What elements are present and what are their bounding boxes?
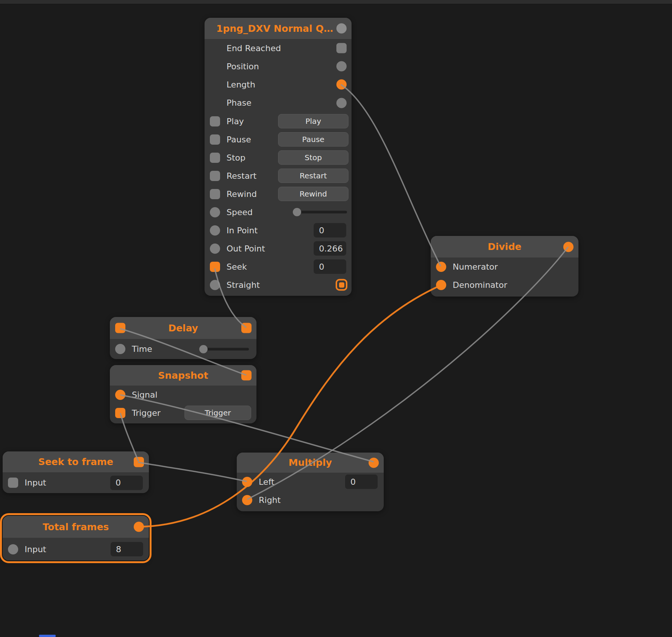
restart-input-port[interactable]	[210, 171, 220, 181]
wire-length-to-numerator[interactable]	[341, 85, 441, 266]
signal-input-port[interactable]	[115, 390, 125, 400]
node-player-title: 1png_DXV Normal Qu...	[216, 23, 340, 34]
end-reached-output-port[interactable]	[336, 43, 347, 53]
row-pause: Pause Pause	[205, 130, 352, 148]
multiply-output-port[interactable]	[369, 457, 379, 468]
straight-label: Straight	[227, 280, 260, 290]
rewind-input-port[interactable]	[210, 189, 220, 199]
node-player[interactable]: 1png_DXV Normal Qu... End Reached Positi…	[205, 18, 352, 296]
numerator-input-port[interactable]	[436, 262, 446, 272]
seek-label: Seek	[227, 262, 247, 272]
rewind-label: Rewind	[227, 189, 257, 199]
seek-to-frame-input-label: Input	[25, 478, 46, 487]
row-restart: Restart Restart	[205, 167, 352, 185]
node-divide[interactable]: Divide Numerator Denominator	[431, 236, 578, 297]
player-output-port[interactable]	[336, 23, 347, 34]
seek-input[interactable]: 0	[314, 259, 346, 274]
node-snapshot[interactable]: Snapshot Signal Trigger Trigger	[110, 365, 256, 423]
length-output-port[interactable]	[336, 80, 347, 90]
out-point-input-port[interactable]	[210, 244, 220, 254]
end-reached-label: End Reached	[227, 44, 281, 53]
pause-input-port[interactable]	[210, 134, 220, 145]
node-snapshot-header[interactable]: Snapshot	[110, 365, 256, 386]
seek-to-frame-output-port[interactable]	[134, 457, 144, 467]
total-frames-input[interactable]: 8	[111, 542, 143, 556]
trigger-label: Trigger	[132, 408, 161, 418]
stop-button[interactable]: Stop	[278, 150, 349, 165]
seek-to-frame-input-port[interactable]	[8, 478, 18, 488]
row-in-point: In Point 0	[205, 221, 352, 239]
stop-input-port[interactable]	[210, 153, 220, 163]
scrollbar-horizontal[interactable]	[39, 635, 56, 637]
delay-input-port[interactable]	[115, 323, 125, 333]
play-button[interactable]: Play	[278, 114, 349, 128]
row-denominator: Denominator	[431, 276, 578, 294]
row-signal: Signal	[110, 386, 256, 404]
total-frames-output-port[interactable]	[134, 522, 144, 532]
seek-input-port[interactable]	[210, 262, 220, 272]
node-multiply[interactable]: Multiply Left 0 Right	[237, 453, 384, 511]
node-delay[interactable]: Delay Time	[110, 317, 256, 359]
trigger-input-port[interactable]	[115, 408, 125, 418]
divide-output-port[interactable]	[563, 242, 574, 252]
time-slider-knob[interactable]	[199, 345, 208, 353]
total-frames-input-label: Input	[25, 545, 46, 554]
node-seek-to-frame-header[interactable]: Seek to frame	[3, 451, 149, 472]
snapshot-output-port[interactable]	[241, 370, 252, 381]
node-total-frames[interactable]: Total frames Input 8	[3, 516, 149, 560]
numerator-label: Numerator	[453, 262, 498, 272]
phase-output-port[interactable]	[336, 98, 347, 108]
straight-input-port[interactable]	[210, 280, 220, 290]
seek-to-frame-input[interactable]: 0	[110, 476, 143, 490]
speed-slider-knob[interactable]	[293, 208, 301, 216]
play-input-port[interactable]	[210, 116, 220, 126]
speed-slider-track[interactable]	[294, 211, 347, 214]
delay-output-port[interactable]	[241, 323, 252, 333]
position-output-port[interactable]	[336, 61, 347, 72]
in-point-input-port[interactable]	[210, 225, 220, 236]
row-tf-input: Input 8	[3, 538, 149, 560]
wire-seek-to-frame-to-multiply-left[interactable]	[139, 462, 246, 481]
node-delay-header[interactable]: Delay	[110, 317, 256, 339]
row-trigger: Trigger Trigger	[110, 404, 256, 422]
row-straight: Straight	[205, 276, 352, 294]
speed-input-port[interactable]	[210, 207, 220, 217]
out-point-label: Out Point	[227, 244, 265, 253]
speed-label: Speed	[227, 208, 253, 217]
node-player-header[interactable]: 1png_DXV Normal Qu...	[205, 18, 352, 39]
straight-toggle[interactable]	[336, 279, 347, 291]
denominator-input-port[interactable]	[436, 280, 446, 290]
row-right: Right	[237, 491, 384, 509]
pause-button[interactable]: Pause	[278, 132, 349, 147]
rewind-button[interactable]: Rewind	[278, 187, 349, 201]
length-label: Length	[227, 80, 255, 89]
right-input-port[interactable]	[242, 495, 252, 505]
phase-label: Phase	[227, 98, 252, 108]
row-stop: Stop Stop	[205, 148, 352, 167]
row-phase: Phase	[205, 94, 352, 112]
left-input[interactable]: 0	[345, 475, 378, 489]
node-total-frames-header[interactable]: Total frames	[3, 516, 149, 538]
node-multiply-header[interactable]: Multiply	[237, 453, 384, 473]
stop-label: Stop	[227, 153, 245, 162]
trigger-button[interactable]: Trigger	[184, 406, 251, 420]
time-slider-track[interactable]	[203, 348, 249, 350]
node-multiply-title: Multiply	[289, 457, 332, 468]
row-play: Play Play	[205, 112, 352, 130]
node-seek-to-frame[interactable]: Seek to frame Input 0	[3, 451, 149, 493]
play-label: Play	[227, 117, 244, 126]
out-point-input[interactable]: 0.266	[314, 241, 346, 256]
straight-toggle-on-icon	[339, 282, 344, 287]
total-frames-input-port[interactable]	[8, 544, 18, 554]
row-time: Time	[110, 339, 256, 359]
denominator-label: Denominator	[453, 280, 507, 290]
left-label: Left	[259, 477, 274, 487]
restart-button[interactable]: Restart	[278, 169, 349, 183]
row-position: Position	[205, 57, 352, 75]
node-divide-header[interactable]: Divide	[431, 236, 578, 258]
right-label: Right	[259, 495, 281, 505]
in-point-input[interactable]: 0	[314, 223, 346, 237]
time-input-port[interactable]	[115, 344, 125, 354]
left-input-port[interactable]	[242, 477, 252, 487]
node-delay-title: Delay	[168, 323, 198, 334]
